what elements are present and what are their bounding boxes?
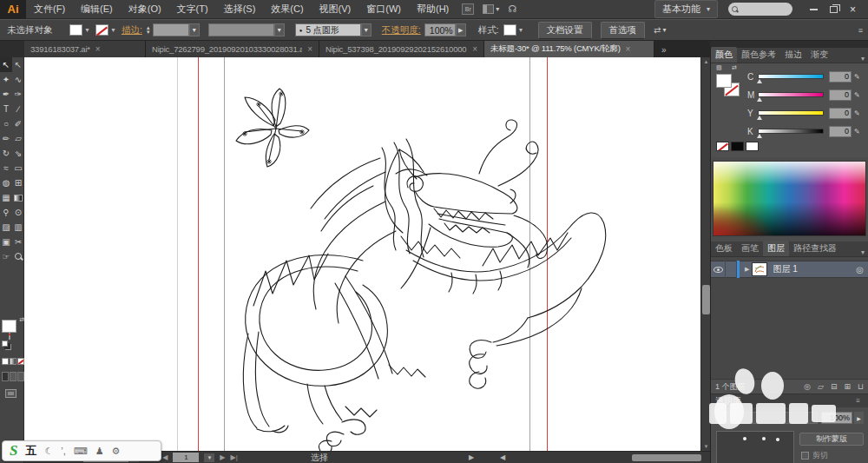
control-panel-menu-icon[interactable]: ≡: [858, 26, 863, 35]
delete-layer-icon[interactable]: ⊔: [858, 382, 864, 391]
tab-颜色[interactable]: 颜色: [711, 47, 737, 63]
menu-item-效果[interactable]: 效果(C): [263, 3, 311, 16]
menu-item-文字[interactable]: 文字(T): [169, 3, 216, 16]
direct-selection-tool[interactable]: ↖: [12, 57, 24, 72]
lasso-tool[interactable]: ∿: [12, 72, 24, 87]
stroke-weight-field[interactable]: [153, 23, 189, 36]
menu-item-视图[interactable]: 视图(V): [312, 3, 359, 16]
dragon-artwork[interactable]: [208, 69, 608, 451]
document-setup-button[interactable]: 文档设置: [538, 22, 592, 39]
white-swatch[interactable]: [746, 142, 759, 151]
previous-artboard-button[interactable]: ◀: [162, 453, 168, 461]
draw-inside-button[interactable]: [17, 372, 24, 381]
lock-cell[interactable]: [726, 261, 737, 278]
slice-tool[interactable]: ✂: [12, 235, 24, 249]
symbol-sprayer-tool[interactable]: ▨: [0, 220, 12, 235]
chevron-right-icon[interactable]: ▶: [456, 23, 466, 36]
slider-track[interactable]: [758, 92, 824, 97]
scale-tool[interactable]: ⇘: [12, 146, 24, 161]
spinner-icon[interactable]: ✎: [854, 128, 860, 136]
ime-mode-label[interactable]: 五: [25, 443, 36, 459]
slider-thumb[interactable]: [757, 97, 762, 102]
spinner-icon[interactable]: ✎: [854, 73, 860, 81]
eyedropper-tool[interactable]: ⚲: [0, 205, 12, 220]
stroke-color-swatch[interactable]: [95, 24, 108, 36]
chevron-down-icon[interactable]: ▾: [662, 26, 666, 34]
opacity-field[interactable]: 100%: [424, 23, 456, 36]
line-segment-tool[interactable]: ∕: [12, 102, 24, 116]
arrange-documents-button[interactable]: ▾: [483, 4, 499, 14]
slider-track[interactable]: [758, 129, 824, 134]
magic-wand-tool[interactable]: ✦: [0, 72, 12, 87]
vertical-scrollbar[interactable]: ▲ ▼: [700, 57, 710, 451]
channel-value-field[interactable]: 0: [829, 126, 852, 137]
close-tab-icon[interactable]: ×: [472, 44, 477, 54]
chevron-down-icon[interactable]: ▼: [518, 27, 524, 33]
slider-thumb[interactable]: [757, 116, 762, 120]
tab-描边[interactable]: 描边: [780, 47, 806, 63]
spinner-icon[interactable]: ✎: [854, 109, 860, 117]
mesh-tool[interactable]: ▦: [0, 190, 12, 205]
selection-tool[interactable]: ↖: [0, 57, 12, 72]
fill-proxy-swatch[interactable]: [2, 320, 16, 333]
fill-proxy-swatch[interactable]: [716, 74, 732, 88]
sogou-logo[interactable]: S: [10, 442, 17, 460]
document-tab[interactable]: 33916183037.ai*×: [24, 41, 146, 57]
menu-item-选择[interactable]: 选择(S): [216, 3, 264, 16]
brush-definition-field[interactable]: ● 5 点圆形: [295, 23, 361, 36]
keyboard-icon[interactable]: ⌨: [74, 446, 88, 457]
draw-behind-button[interactable]: [10, 372, 16, 381]
visibility-cell[interactable]: [711, 261, 726, 278]
pen-tool[interactable]: ✒: [0, 87, 12, 102]
type-tool[interactable]: T: [0, 102, 12, 116]
default-fill-stroke-icon[interactable]: [2, 341, 8, 347]
opacity-link[interactable]: 不透明度:: [382, 24, 421, 36]
moon-icon[interactable]: ☾: [44, 446, 53, 457]
column-graph-tool[interactable]: ▥: [12, 220, 24, 235]
bridge-icon[interactable]: Br: [462, 3, 474, 15]
close-button[interactable]: ×: [850, 5, 856, 14]
panel-menu-icon[interactable]: ▾: [861, 248, 865, 256]
color-options-icon[interactable]: ▧: [716, 64, 722, 71]
transparency-opacity-field[interactable]: 100%: [821, 412, 852, 424]
channel-value-field[interactable]: 0: [829, 89, 852, 101]
perspective-grid-tool[interactable]: ⊞: [12, 175, 24, 190]
new-sublayer-icon[interactable]: ⊟: [831, 382, 838, 391]
black-swatch[interactable]: [731, 142, 744, 151]
curvature-pen-tool[interactable]: ✑: [12, 87, 24, 102]
opacity-spinner-icon[interactable]: ▶: [854, 412, 864, 424]
wrench-icon[interactable]: ⚙: [112, 446, 121, 457]
ellipse-tool[interactable]: ○: [0, 116, 12, 131]
horizontal-scroll-thumb[interactable]: [632, 454, 701, 461]
draw-normal-button[interactable]: [2, 372, 9, 381]
scroll-right-icon[interactable]: ▶: [469, 453, 474, 461]
style-swatch[interactable]: [503, 24, 516, 36]
stroke-weight-stepper[interactable]: ▲▼: [146, 26, 151, 35]
cs-live-icon[interactable]: ☊: [508, 3, 516, 15]
transparency-thumbnail[interactable]: [716, 431, 794, 463]
layer-row[interactable]: ▶ 图层 1 ◎: [711, 261, 868, 278]
paintbrush-tool[interactable]: ✐: [12, 116, 24, 131]
panel-menu-icon[interactable]: ▾: [861, 55, 865, 63]
last-artboard-button[interactable]: ▶|: [231, 453, 238, 461]
color-spectrum[interactable]: [713, 161, 866, 236]
channel-value-field[interactable]: 0: [829, 108, 852, 119]
make-mask-button[interactable]: 制作蒙版: [799, 433, 864, 446]
gradient-mode-button[interactable]: [10, 358, 16, 365]
slider-track[interactable]: [758, 110, 824, 116]
touch-workspace-icon[interactable]: ⇄: [654, 25, 661, 35]
tab-画笔[interactable]: 画笔: [737, 241, 763, 256]
pencil-tool[interactable]: ✏: [0, 131, 12, 146]
stroke-profile-field[interactable]: [208, 23, 274, 36]
spinner-icon[interactable]: ✎: [854, 91, 860, 99]
canvas[interactable]: [24, 57, 700, 451]
blend-tool[interactable]: ⊙: [12, 205, 24, 220]
none-swatch[interactable]: [716, 142, 729, 151]
new-layer-icon[interactable]: ⊞: [844, 382, 851, 391]
eraser-tool[interactable]: ▱: [12, 131, 24, 146]
workspace-switcher[interactable]: 基本功能▾: [654, 0, 718, 18]
preferences-button[interactable]: 首选项: [601, 22, 646, 39]
width-tool[interactable]: ≈: [0, 161, 12, 175]
scroll-left-icon[interactable]: ◀: [500, 453, 505, 461]
menu-item-文件[interactable]: 文件(F): [26, 3, 73, 16]
